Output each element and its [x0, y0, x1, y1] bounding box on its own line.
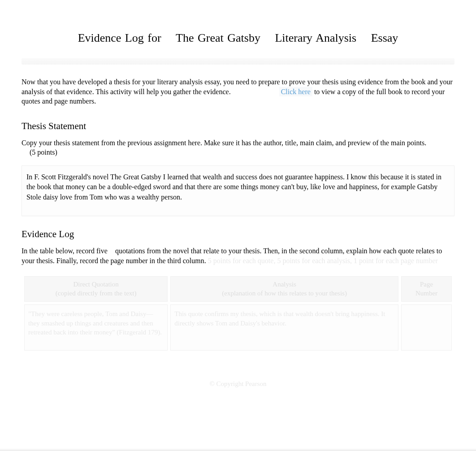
thesis-input[interactable]: In F. Scott Fitzgerald's novel The Great…	[22, 165, 454, 216]
evidence-count: five	[96, 246, 113, 256]
header-quote-line2: (copied directly from the text)	[27, 289, 164, 298]
full-book-link[interactable]: Click here	[279, 87, 312, 96]
table-row: "They were careless people, Tom and Dais…	[24, 304, 452, 351]
page-title: Evidence Log for The Great Gatsby Litera…	[22, 31, 454, 45]
quote-text: "They were careless people, Tom and Dais…	[28, 310, 162, 336]
header-page-line2: Number	[404, 289, 449, 298]
evidence-table: Direct Quotation (copied directly from t…	[22, 273, 454, 353]
header-analysis-line2: (explanation of how this relates to your…	[173, 289, 395, 298]
thesis-content: In F. Scott Fitzgerald's novel The Great…	[26, 173, 441, 201]
header-page-line1: Page	[404, 280, 449, 289]
evidence-ghost-trail: 5 points for each quote, 5 points for ea…	[208, 257, 438, 265]
title-part-3: Literary Analysis	[275, 31, 356, 45]
thesis-heading: Thesis Statement	[22, 121, 454, 132]
header-page: Page Number	[401, 276, 452, 302]
cell-quote[interactable]: "They were careless people, Tom and Dais…	[24, 304, 168, 351]
evidence-heading: Evidence Log	[22, 229, 454, 240]
thesis-instruction: Copy your thesis statement from the prev…	[22, 138, 454, 157]
divider-bar	[22, 58, 454, 65]
intro-paragraph: Now that you have developed a thesis for…	[22, 77, 454, 106]
evidence-instruction: In the table below, record five quotatio…	[22, 246, 454, 265]
title-part-1: Evidence Log for	[78, 31, 161, 45]
analysis-text: This quote confirms my thesis, which is …	[174, 310, 385, 326]
cell-analysis[interactable]: This quote confirms my thesis, which is …	[170, 304, 398, 351]
cell-page[interactable]	[401, 304, 452, 351]
header-quote: Direct Quotation (copied directly from t…	[24, 276, 168, 302]
title-part-2: The Great Gatsby	[176, 31, 260, 45]
header-analysis-line1: Analysis	[173, 280, 395, 289]
footer-copyright: © Copyright Pearson	[22, 380, 454, 388]
thesis-points: (5 points)	[30, 147, 57, 157]
table-header-row: Direct Quotation (copied directly from t…	[24, 276, 452, 302]
title-part-4: Essay	[371, 31, 398, 45]
header-analysis: Analysis (explanation of how this relate…	[170, 276, 398, 302]
thesis-instruction-text: Copy your thesis statement from the prev…	[22, 139, 426, 147]
evidence-instruction-before: In the table below, record	[22, 247, 96, 255]
header-quote-line1: Direct Quotation	[27, 280, 164, 289]
